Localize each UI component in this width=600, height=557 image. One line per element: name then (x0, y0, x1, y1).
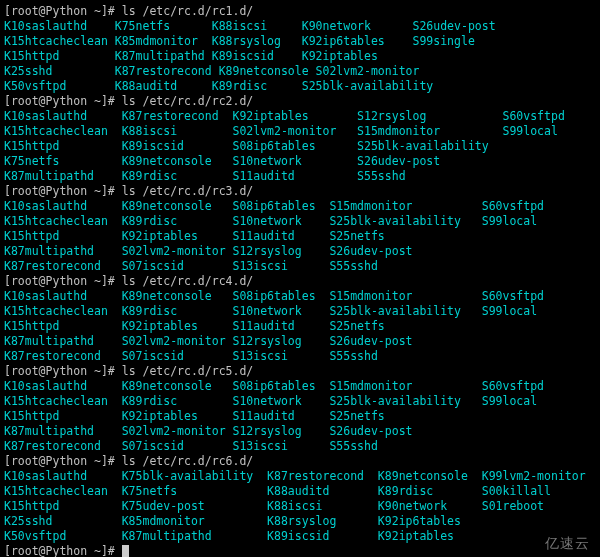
listing-row: K15htcacheclean K89rdisc S10network S25b… (4, 214, 596, 229)
listing-row: K15htcacheclean K89rdisc S10network S25b… (4, 304, 596, 319)
prompt-line: [root@Python ~]# ls /etc/rc.d/rc5.d/ (4, 364, 596, 379)
listing-row: K15httpd K89iscsid S08ip6tables S25blk-a… (4, 139, 596, 154)
listing-row: K87multipathd K89rdisc S11auditd S55sshd (4, 169, 596, 184)
listing-row: K15htcacheclean K85mdmonitor K88rsyslog … (4, 34, 596, 49)
prompt-line: [root@Python ~]# ls /etc/rc.d/rc3.d/ (4, 184, 596, 199)
listing-row: K15httpd K92iptables S11auditd S25netfs (4, 319, 596, 334)
shell-prompt: [root@Python ~]# (4, 4, 122, 18)
listing-row: K87multipathd S02lvm2-monitor S12rsyslog… (4, 334, 596, 349)
terminal-output[interactable]: [root@Python ~]# ls /etc/rc.d/rc1.d/K10s… (4, 4, 596, 557)
listing-row: K15httpd K92iptables S11auditd S25netfs (4, 409, 596, 424)
prompt-line: [root@Python ~]# ls /etc/rc.d/rc2.d/ (4, 94, 596, 109)
listing-row: K10saslauthd K75netfs K88iscsi K90networ… (4, 19, 596, 34)
listing-row: K10saslauthd K89netconsole S08ip6tables … (4, 289, 596, 304)
command: ls /etc/rc.d/rc5.d/ (122, 364, 254, 378)
listing-row: K87restorecond S07iscsid S13iscsi S55ssh… (4, 259, 596, 274)
listing-row: K25sshd K85mdmonitor K88rsyslog K92ip6ta… (4, 514, 596, 529)
prompt-line: [root@Python ~]# ls /etc/rc.d/rc1.d/ (4, 4, 596, 19)
prompt-line: [root@Python ~]# ls /etc/rc.d/rc4.d/ (4, 274, 596, 289)
shell-prompt: [root@Python ~]# (4, 274, 122, 288)
listing-row: K87multipathd S02lvm2-monitor S12rsyslog… (4, 424, 596, 439)
command: ls /etc/rc.d/rc2.d/ (122, 94, 254, 108)
shell-prompt: [root@Python ~]# (4, 94, 122, 108)
cursor (122, 545, 129, 557)
listing-row: K15httpd K75udev-post K88iscsi K90networ… (4, 499, 596, 514)
listing-row: K50vsftpd K88auditd K89rdisc S25blk-avai… (4, 79, 596, 94)
prompt-line: [root@Python ~]# ls /etc/rc.d/rc6.d/ (4, 454, 596, 469)
listing-row: K15httpd K92iptables S11auditd S25netfs (4, 229, 596, 244)
command: ls /etc/rc.d/rc1.d/ (122, 4, 254, 18)
command: ls /etc/rc.d/rc6.d/ (122, 454, 254, 468)
listing-row: K15htcacheclean K75netfs K88auditd K89rd… (4, 484, 596, 499)
listing-row: K25sshd K87restorecond K89netconsole S02… (4, 64, 596, 79)
prompt-line[interactable]: [root@Python ~]# (4, 544, 596, 557)
command: ls /etc/rc.d/rc3.d/ (122, 184, 254, 198)
listing-row: K15htcacheclean K88iscsi S02lvm2-monitor… (4, 124, 596, 139)
shell-prompt: [root@Python ~]# (4, 364, 122, 378)
listing-row: K87restorecond S07iscsid S13iscsi S55ssh… (4, 439, 596, 454)
shell-prompt: [root@Python ~]# (4, 184, 122, 198)
shell-prompt: [root@Python ~]# (4, 544, 122, 557)
listing-row: K87multipathd S02lvm2-monitor S12rsyslog… (4, 244, 596, 259)
listing-row: K75netfs K89netconsole S10network S26ude… (4, 154, 596, 169)
shell-prompt: [root@Python ~]# (4, 454, 122, 468)
listing-row: K15htcacheclean K89rdisc S10network S25b… (4, 394, 596, 409)
listing-row: K50vsftpd K87multipathd K89iscsid K92ipt… (4, 529, 596, 544)
listing-row: K10saslauthd K75blk-availability K87rest… (4, 469, 596, 484)
listing-row: K15httpd K87multipathd K89iscsid K92ipta… (4, 49, 596, 64)
watermark: 亿速云 (545, 536, 590, 551)
listing-row: K10saslauthd K89netconsole S08ip6tables … (4, 199, 596, 214)
listing-row: K87restorecond S07iscsid S13iscsi S55ssh… (4, 349, 596, 364)
listing-row: K10saslauthd K87restorecond K92iptables … (4, 109, 596, 124)
command: ls /etc/rc.d/rc4.d/ (122, 274, 254, 288)
listing-row: K10saslauthd K89netconsole S08ip6tables … (4, 379, 596, 394)
